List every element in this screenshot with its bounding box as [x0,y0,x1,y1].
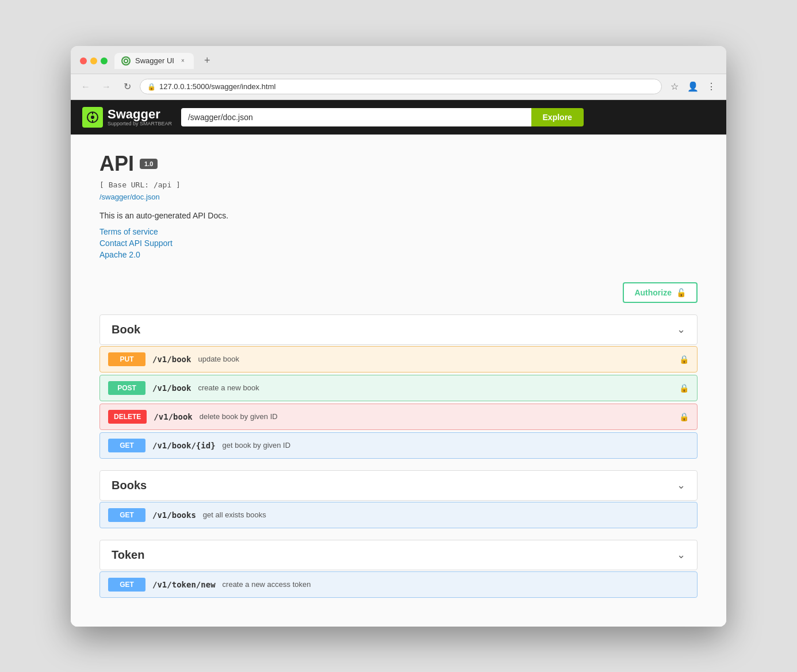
method-badge-get: GET [108,508,145,522]
endpoint-path: /v1/book [154,412,192,421]
back-button[interactable]: ← [78,79,94,95]
endpoint-delete-2[interactable]: DELETE /v1/book delete book by given ID … [99,404,698,430]
authorize-container: Authorize 🔓 [99,277,698,314]
close-button[interactable] [80,57,87,64]
maximize-button[interactable] [101,57,108,64]
endpoint-path: /v1/books [152,510,196,520]
authorize-lock-icon: 🔓 [676,288,686,297]
endpoint-description: create a new book [198,383,259,392]
tab-close-icon[interactable]: × [179,57,187,65]
address-bar[interactable]: 🔒 127.0.0.1:5000/swagger/index.html [140,79,662,94]
endpoint-path: /v1/token/new [152,580,216,589]
endpoint-path: /v1/book/{id} [152,441,216,450]
api-section-books: Books ⌄ GET /v1/books get all exists boo… [99,470,698,528]
endpoint-description: get book by given ID [223,441,291,450]
api-section-token: Token ⌄ GET /v1/token/new create a new a… [99,540,698,598]
swagger-main: API 1.0 [ Base URL: /api ] /swagger/doc.… [71,135,726,627]
api-description: This is an auto-generated API Docs. [99,211,698,220]
chevron-down-icon: ⌄ [677,479,685,491]
browser-titlebar: Swagger UI × + [71,46,726,74]
section-header-token[interactable]: Token ⌄ [99,540,698,570]
authorize-label: Authorize [634,288,672,297]
method-badge-put: PUT [108,352,145,366]
method-badge-post: POST [108,381,145,395]
address-text: 127.0.0.1:5000/swagger/index.html [159,82,654,91]
browser-window: Swagger UI × + ← → ↻ 🔒 127.0.0.1:5000/sw… [71,46,726,627]
swagger-subtitle: Supported by SMARTBEAR [108,121,172,126]
method-badge-get: GET [108,578,145,592]
new-tab-button[interactable]: + [201,53,214,68]
api-info: API 1.0 [ Base URL: /api ] /swagger/doc.… [99,152,698,259]
terms-of-service-link[interactable]: Terms of service [99,227,698,236]
chevron-down-icon: ⌄ [677,548,685,561]
api-version-badge: 1.0 [140,159,158,169]
chevron-down-icon: ⌄ [677,323,685,336]
endpoint-get-0[interactable]: GET /v1/books get all exists books [99,502,698,528]
endpoint-lock-icon: 🔒 [679,355,689,364]
api-doc-link[interactable]: /swagger/doc.json [99,193,160,201]
section-title: Book [112,323,140,336]
browser-toolbar: ← → ↻ 🔒 127.0.0.1:5000/swagger/index.htm… [71,74,726,100]
endpoint-lock-icon: 🔒 [679,383,689,393]
svg-point-3 [91,116,94,119]
swagger-content: Swagger Supported by SMARTBEAR Explore A… [71,100,726,627]
sections-container: Book ⌄ PUT /v1/book update book 🔒 POST /… [99,314,698,598]
method-badge-delete: DELETE [108,410,147,424]
minimize-button[interactable] [90,57,97,64]
endpoint-lock-icon: 🔒 [679,412,689,421]
api-links: Terms of service Contact API Support Apa… [99,227,698,259]
reload-button[interactable]: ↻ [119,79,135,95]
endpoint-put-0[interactable]: PUT /v1/book update book 🔒 [99,346,698,373]
toolbar-actions: ☆ 👤 ⋮ [666,79,719,95]
section-header-books[interactable]: Books ⌄ [99,470,698,501]
ssl-lock-icon: 🔒 [147,83,156,91]
api-section-book: Book ⌄ PUT /v1/book update book 🔒 POST /… [99,314,698,459]
swagger-url-container: Explore [181,108,584,126]
endpoint-post-1[interactable]: POST /v1/book create a new book 🔒 [99,375,698,401]
license-link[interactable]: Apache 2.0 [99,250,698,259]
endpoint-description: create a new access token [223,580,311,589]
endpoint-description: delete book by given ID [200,412,278,421]
method-badge-get: GET [108,439,145,452]
endpoint-description: update book [198,355,239,363]
swagger-logo: Swagger Supported by SMARTBEAR [82,107,172,128]
tab-title: Swagger UI [135,56,174,65]
section-title: Books [112,479,147,492]
menu-button[interactable]: ⋮ [703,79,719,95]
section-header-book[interactable]: Book ⌄ [99,314,698,345]
swagger-url-input[interactable] [181,108,531,126]
section-title: Token [112,548,144,562]
traffic-lights [80,57,108,64]
swagger-logo-icon [82,107,103,128]
swagger-title: Swagger [108,108,172,121]
profile-button[interactable]: 👤 [685,79,701,95]
tab-favicon [121,56,131,66]
contact-link[interactable]: Contact API Support [99,239,698,248]
endpoint-path: /v1/book [152,383,191,393]
authorize-button[interactable]: Authorize 🔓 [623,282,698,303]
endpoint-path: /v1/book [152,355,191,364]
swagger-header: Swagger Supported by SMARTBEAR Explore [71,100,726,135]
swagger-logo-text: Swagger Supported by SMARTBEAR [108,108,172,126]
api-base-url: [ Base URL: /api ] [99,181,698,189]
explore-button[interactable]: Explore [531,108,584,126]
endpoint-get-3[interactable]: GET /v1/book/{id} get book by given ID [99,432,698,459]
api-title: API [99,152,134,176]
endpoint-description: get all exists books [203,510,266,519]
svg-point-1 [125,60,127,62]
browser-tab[interactable]: Swagger UI × [114,53,194,69]
endpoint-get-0[interactable]: GET /v1/token/new create a new access to… [99,571,698,598]
api-title-row: API 1.0 [99,152,698,176]
bookmark-button[interactable]: ☆ [666,79,683,95]
forward-button[interactable]: → [98,79,114,95]
